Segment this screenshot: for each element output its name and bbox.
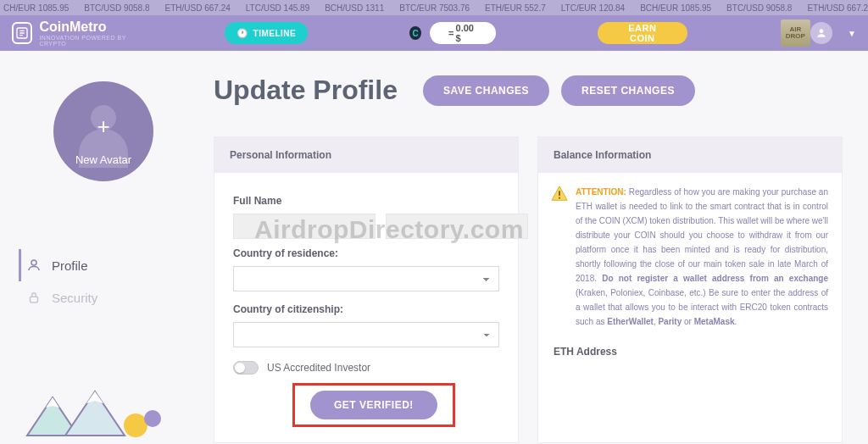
- top-bar: CoinMetro INNOVATION POWERED BY CRYPTO T…: [0, 15, 868, 51]
- ticker-item: BTC/EUR 7503.76: [399, 3, 470, 13]
- attention-text: ATTENTION: Regardless of how you are mak…: [576, 185, 828, 329]
- first-name-input[interactable]: [233, 214, 376, 239]
- warning-icon: [550, 185, 569, 203]
- get-verified-button[interactable]: GET VERIFIED!: [310, 391, 437, 419]
- nav-security[interactable]: Security: [19, 281, 188, 314]
- ticker-item: BCH/USD 1311: [325, 3, 384, 13]
- avatar-upload[interactable]: + New Avatar: [53, 81, 153, 181]
- ticker-item: BCH/EUR 1085.95: [640, 3, 711, 13]
- save-changes-button[interactable]: SAVE CHANGES: [423, 75, 549, 106]
- ticker-item: ETH/EUR 552.7: [485, 3, 546, 13]
- coin-icon: C: [409, 26, 421, 40]
- country-citizenship-label: Country of citizenship:: [233, 303, 499, 315]
- price-ticker: CH/EUR 1085.95BTC/USD 9058.8ETH/USD 667.…: [0, 0, 868, 15]
- country-citizenship-select[interactable]: [233, 322, 499, 347]
- page-title: Update Profile: [214, 75, 398, 106]
- user-icon: [26, 258, 42, 273]
- brand-name: CoinMetro: [39, 19, 147, 35]
- ticker-item: ETH/USD 667.24: [807, 3, 868, 13]
- avatar-label: New Avatar: [53, 153, 153, 166]
- plus-icon: +: [53, 114, 153, 140]
- balance-display: C 0.00 $: [409, 22, 496, 44]
- eth-address-label: ETH Address: [538, 337, 842, 361]
- lock-icon: [26, 290, 42, 305]
- mountains-illustration: [19, 385, 188, 444]
- earn-coin-button[interactable]: EARN COIN: [598, 22, 687, 44]
- user-avatar-icon: [810, 22, 832, 44]
- sidebar-nav: Profile Security: [19, 249, 188, 314]
- svg-point-7: [144, 410, 161, 427]
- nav-profile[interactable]: Profile: [19, 249, 188, 281]
- us-accredited-label: US Accredited Investor: [267, 362, 370, 374]
- svg-rect-3: [31, 297, 38, 302]
- ticker-item: BTC/USD 9058.8: [726, 3, 792, 13]
- svg-point-1: [820, 29, 824, 33]
- verify-highlight: GET VERIFIED!: [292, 383, 455, 427]
- full-name-label: Full Name: [233, 195, 499, 207]
- ticker-item: LTC/EUR 120.84: [561, 3, 625, 13]
- svg-point-6: [124, 413, 147, 437]
- us-accredited-toggle[interactable]: [233, 361, 259, 375]
- ticker-item: ETH/USD 667.24: [165, 3, 231, 13]
- ticker-item: BTC/USD 9058.8: [84, 3, 149, 13]
- svg-point-2: [31, 260, 36, 265]
- logo-icon: [12, 22, 32, 44]
- main-content: Update Profile SAVE CHANGES RESET CHANGE…: [188, 75, 849, 443]
- ticker-item: LTC/USD 145.89: [246, 3, 309, 13]
- ticker-item: CH/EUR 1085.95: [3, 3, 69, 13]
- country-residence-label: Country of residence:: [233, 247, 499, 259]
- balance-info-header: Balance Information: [538, 137, 842, 173]
- chevron-down-icon: ▼: [848, 29, 856, 38]
- last-name-input[interactable]: [386, 214, 528, 239]
- country-residence-select[interactable]: [233, 266, 499, 291]
- brand-subtitle: INNOVATION POWERED BY CRYPTO: [39, 35, 147, 47]
- timeline-button[interactable]: TIMELINE: [225, 22, 308, 44]
- brand-logo[interactable]: CoinMetro INNOVATION POWERED BY CRYPTO: [12, 19, 147, 47]
- svg-rect-5: [559, 197, 560, 199]
- personal-info-card: Personal Information Full Name Country o…: [214, 136, 519, 443]
- balance-value: 0.00 $: [430, 22, 496, 44]
- reset-changes-button[interactable]: RESET CHANGES: [561, 75, 695, 106]
- user-menu[interactable]: ▼: [810, 22, 856, 44]
- personal-info-header: Personal Information: [214, 137, 518, 173]
- balance-info-card: Balance Information ATTENTION: Regardles…: [537, 136, 843, 443]
- airdrop-badge[interactable]: AIR DROP: [781, 19, 810, 47]
- svg-rect-4: [559, 191, 560, 196]
